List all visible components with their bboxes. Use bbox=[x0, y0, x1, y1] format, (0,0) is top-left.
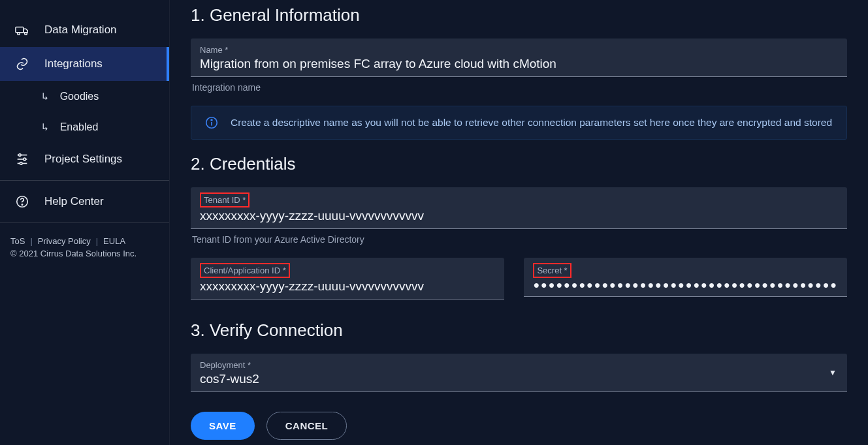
deployment-select[interactable]: Deployment * cos7-wus2 ▼ bbox=[191, 354, 847, 392]
svg-point-2 bbox=[25, 33, 27, 35]
help-icon bbox=[14, 194, 30, 209]
name-label: Name * bbox=[200, 45, 228, 55]
secret-label: Secret * bbox=[533, 263, 571, 278]
sidebar-item-data-migration[interactable]: Data Migration bbox=[0, 13, 169, 47]
tenant-value: xxxxxxxxx-yyyy-zzzz-uuuu-vvvvvvvvvvvv bbox=[200, 209, 838, 223]
svg-rect-0 bbox=[16, 27, 24, 32]
name-field[interactable]: Name * Migration from on premises FC arr… bbox=[191, 38, 847, 77]
secret-value: ●●●●●●●●●●●●●●●●●●●●●●●●●●●●●●●●●●●●●●●● bbox=[533, 279, 838, 291]
form-actions: SAVE CANCEL bbox=[191, 412, 847, 440]
link-icon bbox=[14, 56, 30, 72]
sidebar-subitem-enabled[interactable]: ↳ Enabled bbox=[0, 112, 169, 142]
footer-link-tos[interactable]: ToS bbox=[10, 236, 25, 246]
section-title-credentials: 2. Credentials bbox=[191, 154, 847, 174]
footer-link-eula[interactable]: EULA bbox=[103, 236, 125, 246]
sidebar-item-label: Data Migration bbox=[44, 23, 117, 37]
sidebar-item-help-center[interactable]: Help Center bbox=[0, 185, 169, 219]
svg-point-6 bbox=[19, 154, 22, 157]
svg-point-8 bbox=[20, 162, 22, 165]
chevron-down-icon: ▼ bbox=[829, 368, 837, 377]
client-id-label: Client/Application ID * bbox=[200, 263, 290, 278]
svg-point-10 bbox=[22, 204, 22, 205]
sidebar: Data Migration Integrations ↳ Goodies ↳ … bbox=[0, 0, 170, 445]
secret-field[interactable]: Secret * ●●●●●●●●●●●●●●●●●●●●●●●●●●●●●●●… bbox=[524, 258, 847, 297]
sidebar-subitem-label: Enabled bbox=[60, 121, 99, 133]
svg-point-7 bbox=[24, 158, 26, 161]
sub-arrow-icon: ↳ bbox=[42, 90, 48, 102]
main-content: 1. General Information Name * Migration … bbox=[170, 0, 868, 445]
info-icon bbox=[204, 115, 219, 130]
deployment-label: Deployment * bbox=[200, 360, 251, 370]
sliders-icon bbox=[14, 151, 30, 167]
truck-icon bbox=[14, 22, 30, 38]
sidebar-item-integrations[interactable]: Integrations bbox=[0, 47, 169, 81]
section-title-general: 1. General Information bbox=[191, 5, 847, 25]
sidebar-divider bbox=[0, 222, 169, 223]
deployment-value: cos7-wus2 bbox=[200, 372, 838, 386]
cancel-button[interactable]: CANCEL bbox=[266, 412, 347, 440]
client-id-value: xxxxxxxxx-yyyy-zzzz-uuuu-vvvvvvvvvvvv bbox=[200, 279, 495, 294]
sidebar-footer: ToS | Privacy Policy | EULA © 2021 Cirru… bbox=[0, 227, 169, 268]
footer-link-privacy[interactable]: Privacy Policy bbox=[38, 236, 91, 246]
sidebar-subitem-label: Goodies bbox=[60, 91, 99, 102]
sidebar-item-label: Project Settings bbox=[44, 153, 122, 166]
client-id-field[interactable]: Client/Application ID * xxxxxxxxx-yyyy-z… bbox=[191, 258, 504, 299]
tenant-helper: Tenant ID from your Azure Active Directo… bbox=[192, 234, 847, 245]
sidebar-item-label: Help Center bbox=[44, 195, 104, 208]
name-helper: Integration name bbox=[192, 82, 847, 93]
sidebar-subitem-goodies[interactable]: ↳ Goodies bbox=[0, 81, 169, 112]
tenant-label: Tenant ID * bbox=[200, 192, 249, 207]
svg-point-13 bbox=[211, 119, 212, 121]
info-banner: Create a descriptive name as you will no… bbox=[191, 106, 847, 140]
sub-arrow-icon: ↳ bbox=[42, 121, 48, 133]
info-text: Create a descriptive name as you will no… bbox=[231, 117, 832, 129]
sidebar-item-project-settings[interactable]: Project Settings bbox=[0, 142, 169, 176]
section-title-verify: 3. Verify Connection bbox=[191, 320, 847, 341]
tenant-field[interactable]: Tenant ID * xxxxxxxxx-yyyy-zzzz-uuuu-vvv… bbox=[191, 187, 847, 229]
svg-point-1 bbox=[18, 33, 20, 35]
name-value: Migration from on premises FC array to A… bbox=[200, 57, 838, 71]
sidebar-item-label: Integrations bbox=[44, 57, 103, 70]
sidebar-divider bbox=[0, 180, 169, 181]
sidebar-nav: Data Migration Integrations ↳ Goodies ↳ … bbox=[0, 0, 169, 227]
save-button[interactable]: SAVE bbox=[191, 412, 255, 440]
footer-copyright: © 2021 Cirrus Data Solutions Inc. bbox=[10, 249, 159, 258]
